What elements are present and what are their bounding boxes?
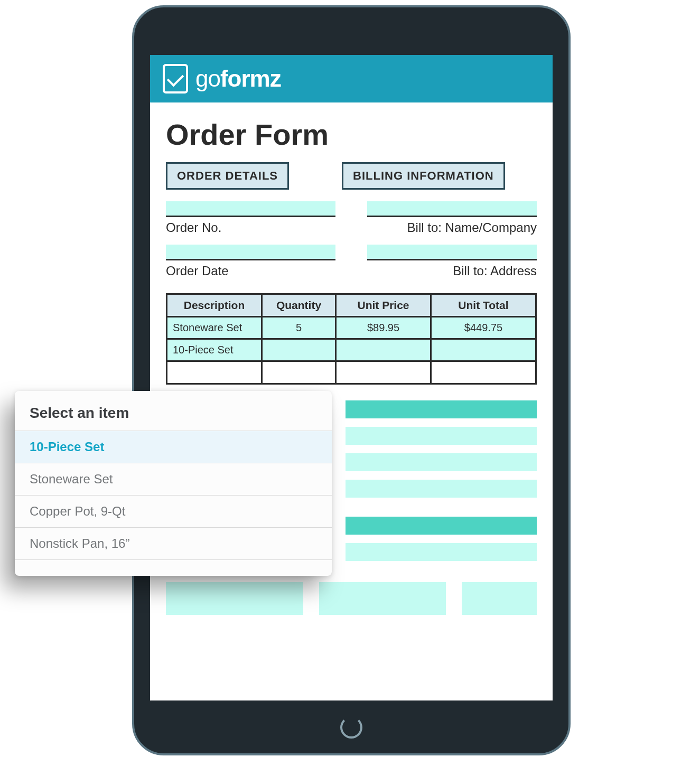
- table-row[interactable]: Stoneware Set 5 $89.95 $449.75: [167, 317, 535, 340]
- summary-row[interactable]: [346, 480, 537, 498]
- popup-title: Select an item: [15, 405, 332, 431]
- cell-unit-price[interactable]: [337, 340, 432, 362]
- order-date-input[interactable]: [166, 245, 335, 260]
- col-quantity: Quantity: [263, 295, 337, 317]
- bottom-field[interactable]: [462, 582, 537, 615]
- section-order-details: ORDER DETAILS: [166, 162, 289, 190]
- cell-quantity[interactable]: [263, 362, 337, 383]
- logo-text: goformz: [195, 66, 281, 92]
- order-no-input[interactable]: [166, 201, 335, 217]
- popup-option[interactable]: Stoneware Set: [15, 463, 332, 496]
- col-unit-price: Unit Price: [337, 295, 432, 317]
- col-description: Description: [167, 295, 263, 317]
- section-billing-info: BILLING INFORMATION: [342, 162, 505, 190]
- cell-unit-total[interactable]: $449.75: [432, 317, 535, 340]
- bill-to-name-label: Bill to: Name/Company: [367, 220, 537, 235]
- cell-unit-price[interactable]: [337, 362, 432, 383]
- popup-option[interactable]: Copper Pot, 9-Qt: [15, 495, 332, 528]
- cell-quantity[interactable]: 5: [263, 317, 337, 340]
- summary-row[interactable]: [346, 427, 537, 445]
- bottom-field[interactable]: [319, 582, 446, 615]
- order-no-label: Order No.: [166, 220, 335, 235]
- page-title: Order Form: [150, 102, 553, 162]
- bill-to-name-input[interactable]: [367, 201, 537, 217]
- cell-description[interactable]: Stoneware Set: [167, 317, 263, 340]
- screen: goformz Order Form ORDER DETAILS BILLING…: [150, 55, 553, 700]
- cell-unit-price[interactable]: $89.95: [337, 317, 432, 340]
- summary-row[interactable]: [346, 400, 537, 418]
- cell-description[interactable]: 10-Piece Set: [167, 340, 263, 362]
- col-unit-total: Unit Total: [432, 295, 535, 317]
- bill-to-address-input[interactable]: [367, 245, 537, 260]
- summary-row[interactable]: [346, 453, 537, 471]
- app-header: goformz: [150, 55, 553, 102]
- home-button-icon[interactable]: [340, 716, 362, 739]
- table-row[interactable]: 10-Piece Set: [167, 340, 535, 362]
- summary-row[interactable]: [346, 517, 537, 535]
- bottom-field[interactable]: [166, 582, 303, 615]
- bill-to-address-label: Bill to: Address: [367, 264, 537, 278]
- cell-unit-total[interactable]: [432, 340, 535, 362]
- popup-option[interactable]: 10-Piece Set: [15, 431, 332, 463]
- order-date-label: Order Date: [166, 264, 335, 278]
- summary-row[interactable]: [346, 543, 537, 561]
- logo-icon: [163, 64, 188, 94]
- tablet-frame: goformz Order Form ORDER DETAILS BILLING…: [132, 5, 571, 755]
- cell-description[interactable]: [167, 362, 263, 383]
- popup-option[interactable]: Nonstick Pan, 16”: [15, 527, 332, 560]
- select-item-popup: Select an item 10-Piece Set Stoneware Se…: [15, 391, 332, 576]
- order-items-table: Description Quantity Unit Price Unit Tot…: [166, 293, 537, 385]
- cell-unit-total[interactable]: [432, 362, 535, 383]
- table-row[interactable]: [167, 362, 535, 383]
- cell-quantity[interactable]: [263, 340, 337, 362]
